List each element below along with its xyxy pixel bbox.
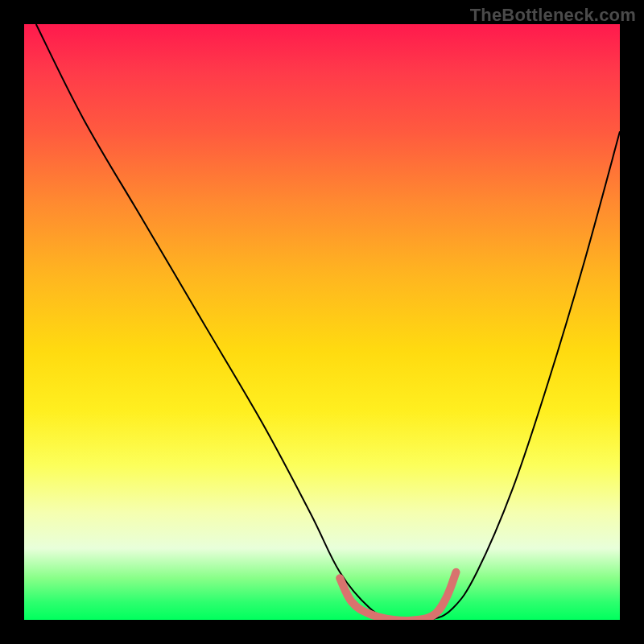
- plot-area: [24, 24, 620, 620]
- curve-layer: [24, 24, 620, 620]
- watermark-text: TheBottleneck.com: [470, 5, 636, 26]
- chart-frame: TheBottleneck.com: [0, 0, 644, 644]
- bottleneck-curve: [36, 24, 620, 620]
